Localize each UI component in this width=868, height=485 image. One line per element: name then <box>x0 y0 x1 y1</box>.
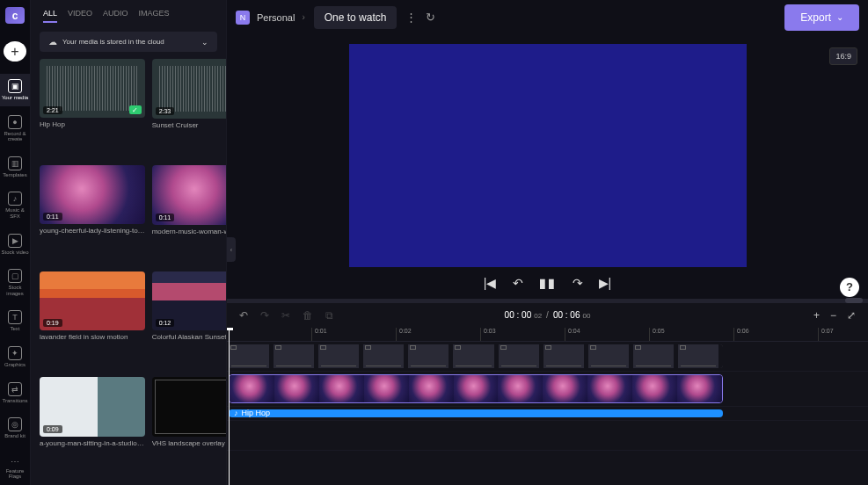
next-frame-button[interactable]: ▶| <box>599 276 612 290</box>
more-menu-icon[interactable]: ⋮ <box>405 11 417 24</box>
ruler-tick: 0:03 <box>480 328 496 341</box>
duration-badge: 2:21 <box>43 106 62 114</box>
media-name: VHS landscape overlay <box>152 439 226 447</box>
zoom-out-button[interactable]: − <box>830 309 836 322</box>
rail-transitions[interactable]: ⇄Transitions <box>0 377 30 409</box>
media-thumbnail[interactable]: 0:12 <box>152 271 226 331</box>
media-thumbnail[interactable]: 0:11✓ <box>152 165 226 225</box>
tab-images[interactable]: IMAGES <box>139 9 170 23</box>
undo-button[interactable]: ↶ <box>239 309 248 322</box>
cloud-status-bar[interactable]: ☁ Your media is stored in the cloud ⌄ <box>40 32 217 52</box>
timeline-resize-handle[interactable] <box>227 299 868 302</box>
timeline-body[interactable]: 0:010:020:030:040:050:060:07 ♪ Hip Hop <box>227 328 868 485</box>
rail-templates[interactable]: ▥Templates <box>0 151 30 184</box>
media-item[interactable]: 0:12Colorful Alaskan Sunset <box>152 271 226 371</box>
media-item[interactable]: 0:11✓modern-music-woman-wearing-… <box>152 165 226 264</box>
media-panel: ALL VIDEO AUDIO IMAGES ☁ Your media is s… <box>31 0 227 485</box>
media-item[interactable]: 0:11young-cheerful-lady-listening-to… <box>40 165 145 264</box>
record-icon: ● <box>8 115 22 129</box>
help-button[interactable]: ? <box>840 278 859 297</box>
media-thumbnail[interactable]: 2:33 <box>152 59 226 119</box>
project-name[interactable]: One to watch <box>314 6 398 29</box>
ruler-tick: 0:02 <box>396 328 412 341</box>
redo-button[interactable]: ↷ <box>260 309 269 322</box>
preview-canvas[interactable] <box>349 44 747 267</box>
track-video[interactable] <box>227 372 868 407</box>
prev-frame-button[interactable]: |◀ <box>484 276 497 290</box>
track-empty[interactable] <box>227 421 868 451</box>
duplicate-button[interactable]: ⧉ <box>325 309 333 322</box>
tab-audio[interactable]: AUDIO <box>103 9 128 23</box>
duration-badge: 0:09 <box>43 425 62 433</box>
media-item[interactable]: 2:33Sunset Cruiser <box>152 59 226 158</box>
sync-icon[interactable]: ↻ <box>426 11 435 24</box>
cloud-text: Your media is stored in the cloud <box>62 38 164 46</box>
workspace-selector[interactable]: N Personal › <box>236 11 305 25</box>
media-name: lavander field in slow motion <box>40 333 145 341</box>
media-item[interactable]: 2:21✓Hip Hop <box>40 59 145 158</box>
media-name: young-cheerful-lady-listening-to… <box>40 227 145 235</box>
ruler-tick: 0:06 <box>733 328 749 341</box>
add-track-button[interactable]: + <box>813 309 820 322</box>
tab-video[interactable]: VIDEO <box>68 9 92 23</box>
rail-your-media[interactable]: ▣Your media <box>0 74 30 106</box>
ruler-tick: 0:07 <box>818 328 834 341</box>
media-thumbnail[interactable]: 0:19 <box>40 271 145 330</box>
preview-area: 16:9 |◀ ↶ ▮▮ ↷ ▶| ? <box>227 35 868 302</box>
clip-overlay[interactable] <box>229 344 723 368</box>
media-item[interactable]: 0:09a-young-man-sitting-in-a-studio… <box>40 377 145 476</box>
media-icon: ▣ <box>8 79 22 93</box>
rail-brand-kit[interactable]: ◎Brand kit <box>0 412 30 445</box>
rail-stock-video[interactable]: ▶Stock video <box>0 228 30 261</box>
tab-all[interactable]: ALL <box>43 9 57 23</box>
chevron-down-icon: ⌄ <box>201 38 208 47</box>
media-thumbnail[interactable]: 0:09 <box>40 377 145 436</box>
media-name: Hip Hop <box>40 120 145 128</box>
aspect-ratio-selector[interactable]: 16:9 <box>829 47 857 65</box>
track-overlay[interactable] <box>227 342 868 372</box>
delete-button[interactable]: 🗑 <box>303 309 313 322</box>
music-icon: ♪ <box>8 192 22 206</box>
brandkit-icon: ◎ <box>8 417 22 431</box>
rail-record[interactable]: ●Record & create <box>0 110 30 148</box>
playhead[interactable] <box>229 328 230 485</box>
rail-stock-images[interactable]: ▢Stock images <box>0 264 30 301</box>
tracks: ♪ Hip Hop <box>227 342 868 485</box>
templates-icon: ▥ <box>8 156 22 170</box>
timeline: ↶ ↷ ✂ 🗑 ⧉ 00 : 00 02 / 00 : 06 00 + − ⤢ <box>227 302 868 485</box>
media-item[interactable]: 0:19lavander field in slow motion <box>40 271 145 371</box>
app-logo[interactable]: c <box>5 7 25 24</box>
timecode-display: 00 : 00 02 / 00 : 06 00 <box>505 310 591 320</box>
add-button[interactable]: + <box>4 41 26 62</box>
pause-button[interactable]: ▮▮ <box>539 276 557 290</box>
zoom-fit-button[interactable]: ⤢ <box>847 309 856 322</box>
rail-text[interactable]: TText <box>0 305 30 337</box>
clip-video[interactable] <box>229 374 723 403</box>
timeline-ruler[interactable]: 0:010:020:030:040:050:060:07 <box>227 328 868 342</box>
track-audio[interactable]: ♪ Hip Hop <box>227 407 868 421</box>
media-thumbnail[interactable]: 2:21✓ <box>40 59 145 118</box>
skip-back-button[interactable]: ↶ <box>513 276 523 290</box>
topbar: N Personal › One to watch ⋮ ↻ Export⌄ <box>227 0 868 35</box>
export-button[interactable]: Export⌄ <box>784 4 859 31</box>
skip-forward-button[interactable]: ↷ <box>573 276 583 290</box>
split-button[interactable]: ✂ <box>281 309 290 322</box>
media-thumbnail[interactable]: 0:11 <box>40 165 145 224</box>
chevron-down-icon: ⌄ <box>836 12 843 22</box>
rail-music[interactable]: ♪Music & SFX <box>0 186 30 224</box>
audio-clip-name: Hip Hop <box>242 409 271 417</box>
media-item[interactable]: ✓VHS landscape overlay <box>152 377 226 476</box>
workspace-badge: N <box>236 11 250 25</box>
rail-graphics[interactable]: ✦Graphics <box>0 341 30 373</box>
rail-feature-flags[interactable]: ⋯Feature Flags <box>0 452 30 485</box>
media-thumbnail[interactable]: ✓ <box>152 377 226 437</box>
duration-badge: 0:11 <box>156 214 175 221</box>
workspace-name: Personal <box>257 12 295 23</box>
ruler-tick: 0:05 <box>649 328 665 341</box>
media-tabs: ALL VIDEO AUDIO IMAGES <box>31 0 226 28</box>
clip-audio[interactable]: ♪ Hip Hop <box>229 409 723 417</box>
text-icon: T <box>8 310 22 324</box>
audio-icon: ♪ <box>234 409 238 417</box>
zoom-controls: + − ⤢ <box>813 309 856 322</box>
timeline-toolbar: ↶ ↷ ✂ 🗑 ⧉ 00 : 00 02 / 00 : 06 00 + − ⤢ <box>227 303 868 328</box>
